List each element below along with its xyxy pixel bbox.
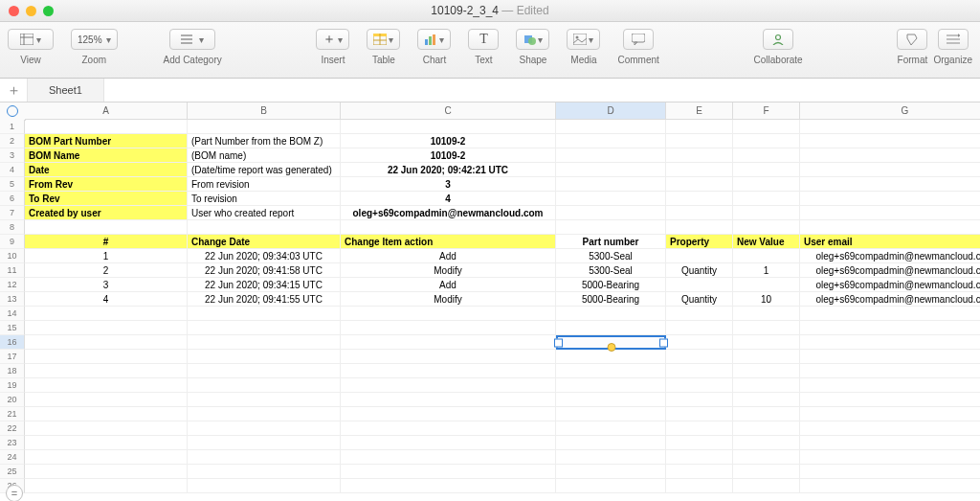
cell[interactable]: [666, 364, 733, 378]
row-header[interactable]: 25: [0, 465, 25, 479]
row-header[interactable]: 24: [0, 450, 25, 465]
cell[interactable]: [800, 479, 980, 493]
cell[interactable]: User who created report: [188, 206, 341, 220]
cell[interactable]: [341, 364, 556, 378]
cell[interactable]: [188, 465, 341, 479]
cell[interactable]: [666, 278, 733, 292]
row-header[interactable]: 17: [0, 350, 25, 364]
row-header[interactable]: 4: [0, 163, 25, 177]
cell[interactable]: [800, 220, 980, 235]
row-header[interactable]: 10: [0, 249, 25, 263]
row-header[interactable]: 12: [0, 278, 25, 292]
cell[interactable]: [556, 393, 666, 407]
cell[interactable]: [666, 436, 733, 450]
cell[interactable]: User email: [800, 235, 980, 249]
cell[interactable]: Modify: [341, 292, 556, 307]
cell[interactable]: [188, 321, 341, 335]
cell[interactable]: [25, 364, 188, 378]
cell[interactable]: [800, 206, 980, 220]
cell[interactable]: [733, 220, 800, 235]
cell[interactable]: [733, 393, 800, 407]
column-header-D[interactable]: D: [556, 102, 666, 120]
cell[interactable]: [800, 321, 980, 335]
view-button[interactable]: ▾: [8, 29, 54, 50]
cell[interactable]: [800, 120, 980, 134]
cell[interactable]: [800, 177, 980, 192]
cell[interactable]: Add: [341, 278, 556, 292]
column-header-F[interactable]: F: [733, 102, 800, 120]
cell[interactable]: To Rev: [25, 192, 188, 206]
cell[interactable]: 1: [733, 263, 800, 278]
column-headers[interactable]: ABCDEFG: [25, 102, 980, 120]
cell[interactable]: [666, 378, 733, 393]
cell[interactable]: [556, 421, 666, 436]
cell[interactable]: 5000-Bearing: [556, 292, 666, 307]
cell[interactable]: [800, 450, 980, 465]
select-all-corner[interactable]: [0, 102, 26, 121]
cell[interactable]: [733, 465, 800, 479]
cell[interactable]: [733, 249, 800, 263]
cell[interactable]: [25, 220, 188, 235]
row-header[interactable]: 14: [0, 307, 25, 321]
cell[interactable]: [188, 436, 341, 450]
cell[interactable]: [556, 436, 666, 450]
cell[interactable]: [733, 407, 800, 421]
cell[interactable]: [733, 364, 800, 378]
cell[interactable]: [666, 307, 733, 321]
cell[interactable]: [556, 177, 666, 192]
cell[interactable]: BOM Name: [25, 148, 188, 163]
cell[interactable]: [25, 120, 188, 134]
cell[interactable]: [800, 192, 980, 206]
cell[interactable]: [25, 321, 188, 335]
cell[interactable]: 22 Jun 2020; 09:41:55 UTC: [188, 292, 341, 307]
cell[interactable]: [800, 148, 980, 163]
cell[interactable]: [25, 335, 188, 350]
cell[interactable]: [188, 364, 341, 378]
cell[interactable]: [800, 163, 980, 177]
row-header[interactable]: 5: [0, 177, 25, 192]
cell[interactable]: [800, 335, 980, 350]
column-header-E[interactable]: E: [666, 102, 733, 120]
cell[interactable]: [188, 350, 341, 364]
cell[interactable]: [188, 335, 341, 350]
cell[interactable]: [666, 206, 733, 220]
cell[interactable]: [666, 148, 733, 163]
cell[interactable]: [666, 177, 733, 192]
cell[interactable]: Date: [25, 163, 188, 177]
cell[interactable]: oleg+s69compadmin@newmancloud.com: [800, 263, 980, 278]
cell[interactable]: [188, 378, 341, 393]
spreadsheet-grid[interactable]: ABCDEFG 12345678910111213141516171819202…: [0, 102, 980, 501]
cell[interactable]: 22 Jun 2020; 09:34:03 UTC: [188, 249, 341, 263]
cell[interactable]: 5300-Seal: [556, 249, 666, 263]
cell[interactable]: [666, 407, 733, 421]
cell[interactable]: From Rev: [25, 177, 188, 192]
cell[interactable]: [733, 120, 800, 134]
cell[interactable]: [733, 134, 800, 148]
cell[interactable]: [733, 163, 800, 177]
cell[interactable]: 4: [25, 292, 188, 307]
cell[interactable]: [556, 134, 666, 148]
cell[interactable]: [800, 134, 980, 148]
cells-area[interactable]: BOM Part Number(Part Number from the BOM…: [25, 120, 980, 493]
cell[interactable]: [25, 378, 188, 393]
cell[interactable]: oleg+s69compadmin@newmancloud.com: [800, 278, 980, 292]
cell[interactable]: [733, 148, 800, 163]
cell[interactable]: [188, 421, 341, 436]
cell[interactable]: [733, 479, 800, 493]
cell[interactable]: 5300-Seal: [556, 263, 666, 278]
cell[interactable]: 4: [341, 192, 556, 206]
cell[interactable]: Part number: [556, 235, 666, 249]
cell[interactable]: 5000-Bearing: [556, 278, 666, 292]
cell[interactable]: [25, 436, 188, 450]
cell[interactable]: [556, 378, 666, 393]
cell[interactable]: [556, 407, 666, 421]
cell[interactable]: Quantity: [666, 263, 733, 278]
cell[interactable]: [733, 436, 800, 450]
selection-handle-right[interactable]: [659, 338, 668, 347]
row-header[interactable]: 9: [0, 235, 25, 249]
cell[interactable]: 10: [733, 292, 800, 307]
cell[interactable]: [341, 220, 556, 235]
cell[interactable]: 22 Jun 2020; 09:41:58 UTC: [188, 263, 341, 278]
cell[interactable]: [800, 350, 980, 364]
cell[interactable]: [341, 307, 556, 321]
